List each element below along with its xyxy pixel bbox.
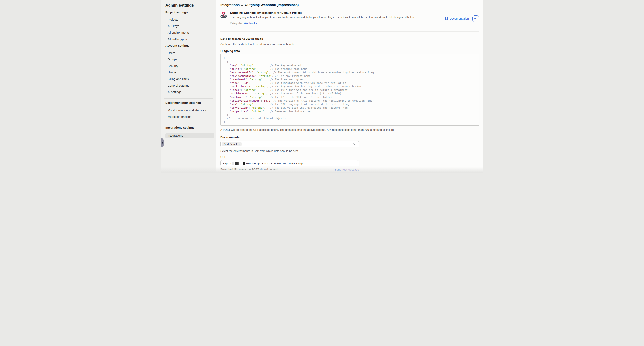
more-options-button[interactable] <box>472 15 479 22</box>
breadcrumb: Integrations → Outgoing Webhook (Impress… <box>220 3 479 7</box>
bookmark-icon <box>445 17 448 20</box>
sidebar-list: Monitor window and statisticsMetric dime… <box>161 108 216 119</box>
code-line: "sdkVersion": "string", // The SDK versi… <box>224 106 476 110</box>
sidebar-item-integrations[interactable]: Integrations <box>165 133 214 139</box>
sidebar-item-users[interactable]: Users <box>168 51 214 55</box>
code-line: "time": 1234, // The timestamp when the … <box>224 81 476 85</box>
environments-label: Environments <box>220 136 479 139</box>
sidebar-divider <box>164 123 213 123</box>
sidebar-item-ai-settings[interactable]: AI settings <box>168 90 214 94</box>
webhook-section-desc: Configure the fields below to send impre… <box>220 42 479 46</box>
environment-chip-label: Prod-Default <box>224 143 237 146</box>
code-line: "sdk": "string", // The SDK language tha… <box>224 103 476 106</box>
post-note: A POST will be sent to the URL specified… <box>220 128 479 132</box>
ellipsis-icon <box>474 18 475 19</box>
redacted-url-segment <box>243 162 246 165</box>
code-line: "splitVersionNumber": 5678, // The versi… <box>224 99 476 103</box>
environments-help: Select the environments in Split from wh… <box>220 150 479 153</box>
sidebar-list: UsersGroupsSecurityUsageBilling and limi… <box>161 51 216 94</box>
outgoing-data-schema: [ { "key": "string", // The key evaluate… <box>220 54 479 126</box>
integration-description: This outgoing webhook allow you to recei… <box>230 15 445 19</box>
code-line: }, <box>224 113 476 117</box>
url-input[interactable]: https://.execute-api.us-east-2.amazonaws… <box>220 160 359 167</box>
code-line: "machineName": "string", // The hostname… <box>224 92 476 95</box>
code-line: "bucketingKey": "string", // The key use… <box>224 85 476 88</box>
sidebar-collapse-handle[interactable] <box>161 138 164 147</box>
sidebar-item-metric-dimensions[interactable]: Metric dimensions <box>168 115 214 119</box>
integration-header: Outgoing Webhook (Impressions) for Defau… <box>220 11 479 25</box>
sidebar-section-integrations-settings: Integrations settings <box>165 126 213 130</box>
sidebar-item-groups[interactable]: Groups <box>168 57 214 61</box>
sidebar-section-experimentation-settings: Experimentation settings <box>165 101 213 105</box>
chevron-down-icon <box>353 143 356 145</box>
code-line: "properties": "string" // Reserved for f… <box>224 110 476 113</box>
code-line: "split": "string", // The feature flag n… <box>224 67 476 71</box>
code-line: "environmentId": "string", // The enviro… <box>224 71 476 74</box>
sidebar-item-projects[interactable]: Projects <box>168 17 214 21</box>
sidebar-item-usage[interactable]: Usage <box>168 70 214 74</box>
url-suffix: .execute-api.us-east-2.amazonaws.com/Tes… <box>246 162 303 165</box>
sidebar-section-project-settings: Project settings <box>165 10 213 14</box>
main-content: Integrations → Outgoing Webhook (Impress… <box>216 0 483 173</box>
webhook-logo-icon <box>220 11 227 18</box>
sidebar-item-billing-and-limits[interactable]: Billing and limits <box>168 77 214 81</box>
code-line: { <box>224 60 476 64</box>
sidebar-item-general-settings[interactable]: General settings <box>168 84 214 87</box>
environments-select[interactable]: Prod-Default × <box>220 141 359 147</box>
send-test-message-link[interactable]: Send Test Message <box>335 168 359 171</box>
header-actions: Documentation <box>445 12 479 25</box>
code-line: ] <box>224 120 476 124</box>
sidebar-section-account-settings: Account settings <box>165 44 213 48</box>
url-help-row: Enter the URL where the POST should be s… <box>220 168 359 171</box>
sidebar-item-security[interactable]: Security <box>168 64 214 68</box>
redacted-url-segment <box>232 162 234 165</box>
admin-settings-sidebar: Admin settings Project settingsProjectsA… <box>161 0 216 173</box>
sidebar-item-api-keys[interactable]: API keys <box>168 24 214 28</box>
code-line: "environmentName": "string", // The envi… <box>224 74 476 78</box>
url-prefix: https:// <box>223 162 231 165</box>
outgoing-data-label: Outgoing data <box>220 49 479 53</box>
url-help: Enter the URL where the POST should be s… <box>220 168 278 171</box>
webhook-section-title: Send impressions via webhook <box>220 37 479 41</box>
sidebar-list: Integrations <box>161 133 216 139</box>
sidebar-item-all-environments[interactable]: All environments <box>168 31 214 34</box>
expand-arrow-icon <box>162 141 163 144</box>
url-label: URL <box>220 155 479 159</box>
documentation-link[interactable]: Documentation <box>445 17 469 20</box>
sidebar-item-all-traffic-types[interactable]: All traffic types <box>168 37 214 41</box>
close-icon[interactable]: × <box>239 143 240 145</box>
environment-chip: Prod-Default × <box>222 142 242 146</box>
redacted-url-segment <box>235 162 239 165</box>
code-line: "label": "string", // The rule that was … <box>224 88 476 92</box>
sidebar-title: Admin settings <box>165 3 213 7</box>
sidebar-nav: Project settingsProjectsAPI keysAll envi… <box>161 10 216 139</box>
categories-label: Categories: <box>230 22 243 25</box>
integration-info: Outgoing Webhook (Impressions) for Defau… <box>230 11 445 25</box>
documentation-label: Documentation <box>450 17 469 20</box>
code-line: // ... zero or more additional objects <box>224 117 476 120</box>
sidebar-divider <box>164 98 213 99</box>
code-line: "treatment": "string", // The treatment … <box>224 78 476 81</box>
sidebar-list: ProjectsAPI keysAll environmentsAll traf… <box>161 17 216 41</box>
integration-title: Outgoing Webhook (Impressions) for Defau… <box>230 11 445 15</box>
sidebar-item-monitor-window-and-statistics[interactable]: Monitor window and statistics <box>168 108 214 112</box>
app-window: Admin settings Project settingsProjectsA… <box>161 0 483 173</box>
category-webhooks-link[interactable]: Webhooks <box>244 22 257 25</box>
code-line: "machineIp": "string", // The IP of the … <box>224 95 476 99</box>
schema-code: [ { "key": "string", // The key evaluate… <box>224 56 476 124</box>
code-line: [ <box>224 56 476 60</box>
integration-categories: Categories:Webhooks <box>230 21 445 25</box>
code-line: "key": "string", // The key evaluated <box>224 64 476 67</box>
section-divider <box>220 31 479 32</box>
